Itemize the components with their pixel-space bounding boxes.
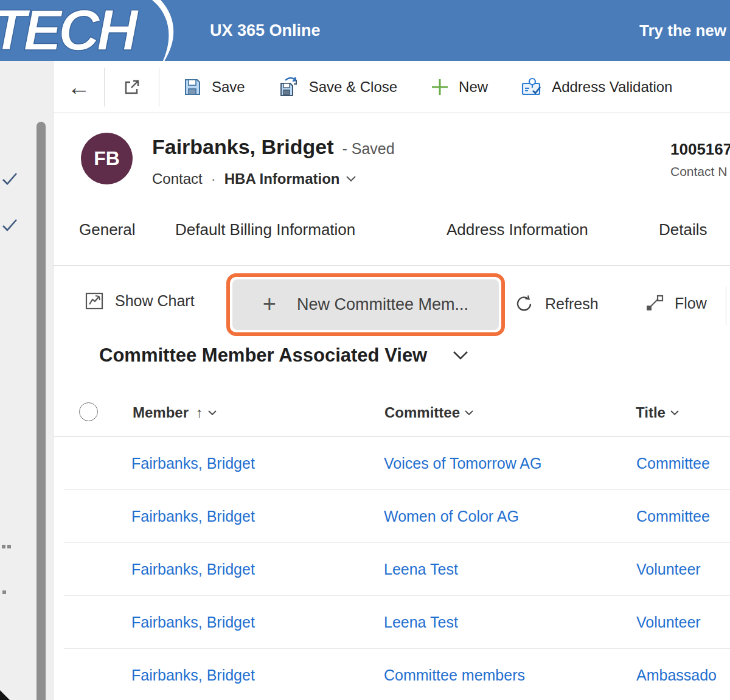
record-title-row: Fairbanks, Bridget - Saved [152, 135, 395, 159]
divider [726, 286, 726, 325]
committee-link[interactable]: Women of Color AG [384, 490, 519, 543]
refresh-button[interactable]: Refresh [514, 293, 599, 314]
check-icon [1, 217, 18, 234]
record-number-label: Contact N [670, 164, 730, 179]
address-validation-button[interactable]: Address Validation [504, 61, 689, 113]
committee-link[interactable]: Leena Test [384, 596, 458, 649]
show-chart-button[interactable]: Show Chart [84, 290, 195, 311]
form-selector-label: HBA Information [224, 170, 340, 187]
chevron-down-icon [453, 351, 468, 360]
app-title: UX 365 Online [210, 0, 321, 61]
command-bar: ← Save Save & Close New [54, 61, 730, 113]
refresh-icon [514, 293, 535, 314]
show-chart-label: Show Chart [115, 292, 195, 310]
table-row[interactable]: Fairbanks, Bridget Leena Test Volunteer [0, 543, 730, 596]
avatar[interactable]: FB [81, 133, 133, 184]
new-committee-member-label: New Committee Mem... [297, 295, 468, 314]
form-selector[interactable]: HBA Information [224, 170, 357, 187]
new-button[interactable]: New [414, 61, 504, 113]
title-link[interactable]: Committee [636, 490, 710, 543]
member-link[interactable]: Fairbanks, Bridget [131, 490, 255, 543]
table-row[interactable]: Fairbanks, Bridget Leena Test Volunteer [0, 596, 730, 649]
save-icon [182, 77, 203, 97]
address-validation-label: Address Validation [552, 79, 672, 96]
avatar-initials: FB [94, 147, 120, 170]
save-button[interactable]: Save [165, 61, 262, 113]
refresh-label: Refresh [545, 295, 599, 313]
dot-separator: · [211, 170, 216, 187]
save-status: - Saved [342, 140, 395, 158]
save-label: Save [212, 79, 245, 96]
address-validation-icon [521, 76, 543, 98]
title-link[interactable]: Committee [636, 437, 710, 490]
save-and-close-label: Save & Close [309, 79, 397, 96]
tab-address-information[interactable]: Address Information [447, 220, 588, 239]
column-header-member[interactable]: Member ↑ [133, 404, 217, 421]
view-selector-title: Committee Member Associated View [99, 345, 427, 366]
plus-icon: + [263, 292, 276, 315]
member-link[interactable]: Fairbanks, Bridget [131, 596, 255, 649]
column-committee-label: Committee [384, 404, 460, 421]
tech-logo-text: TECH [0, 0, 139, 61]
member-link[interactable]: Fairbanks, Bridget [131, 649, 255, 700]
new-label: New [459, 79, 488, 96]
form-tabs: General Default Billing Information Addr… [54, 207, 730, 265]
flow-icon [645, 293, 664, 313]
table-header: Member ↑ Committee Title [54, 390, 730, 437]
record-number: 1005167 [670, 140, 730, 159]
subgrid-toolbar: Show Chart + New Committee Mem... Refres… [54, 266, 730, 340]
annotation-highlight: + New Committee Mem... [226, 273, 505, 336]
select-all-checkbox[interactable] [79, 402, 98, 421]
page-title: Fairbanks, Bridget [152, 135, 334, 159]
member-link[interactable]: Fairbanks, Bridget [131, 437, 255, 490]
table-row[interactable]: Fairbanks, Bridget Committee members Amb… [0, 649, 730, 700]
divider [159, 68, 159, 107]
show-chart-icon [84, 290, 105, 311]
top-app-bar: TECH UX 365 Online Try the new [0, 0, 730, 61]
column-header-title[interactable]: Title [636, 404, 679, 421]
chevron-down-icon [670, 410, 679, 416]
check-icon [1, 170, 18, 187]
record-subtitle-row: Contact · HBA Information [152, 170, 356, 187]
sort-ascending-icon: ↑ [196, 405, 203, 421]
back-arrow-icon: ← [68, 75, 91, 99]
chevron-down-icon [208, 410, 217, 416]
column-title-label: Title [636, 404, 666, 421]
chevron-down-icon [465, 410, 473, 416]
title-link[interactable]: Ambassado [636, 649, 717, 700]
record-number-box: 1005167 Contact N [670, 140, 730, 179]
table-row[interactable]: Fairbanks, Bridget Women of Color AG Com… [0, 490, 730, 543]
flow-label: Flow [675, 295, 707, 312]
view-selector[interactable]: Committee Member Associated View [99, 345, 468, 366]
column-member-label: Member [133, 404, 189, 421]
entity-type-label: Contact [152, 170, 203, 187]
title-link[interactable]: Volunteer [636, 543, 701, 596]
tech-logo: TECH [0, 0, 192, 61]
flow-button[interactable]: Flow [645, 293, 707, 313]
popout-icon [122, 77, 142, 97]
tab-details[interactable]: Details [659, 220, 707, 239]
member-link[interactable]: Fairbanks, Bridget [131, 543, 255, 596]
table-body: Fairbanks, Bridget Voices of Tomorrow AG… [0, 437, 730, 700]
tab-general[interactable]: General [79, 220, 136, 239]
column-header-committee[interactable]: Committee [384, 404, 473, 421]
committee-link[interactable]: Committee members [384, 649, 525, 700]
popout-button[interactable] [105, 61, 159, 113]
save-and-close-icon [278, 76, 300, 98]
table-row[interactable]: Fairbanks, Bridget Voices of Tomorrow AG… [0, 437, 730, 490]
new-committee-member-button[interactable]: + New Committee Mem... [232, 279, 499, 330]
back-button[interactable]: ← [54, 61, 104, 113]
committee-link[interactable]: Leena Test [384, 543, 458, 596]
committee-link[interactable]: Voices of Tomorrow AG [384, 437, 541, 490]
logo-swoosh [152, 0, 173, 61]
plus-icon [430, 77, 450, 97]
chevron-down-icon [346, 175, 356, 183]
save-and-close-button[interactable]: Save & Close [262, 61, 414, 113]
title-link[interactable]: Volunteer [636, 596, 701, 649]
tab-default-billing-information[interactable]: Default Billing Information [175, 220, 355, 239]
try-the-new-link[interactable]: Try the new [639, 0, 726, 61]
